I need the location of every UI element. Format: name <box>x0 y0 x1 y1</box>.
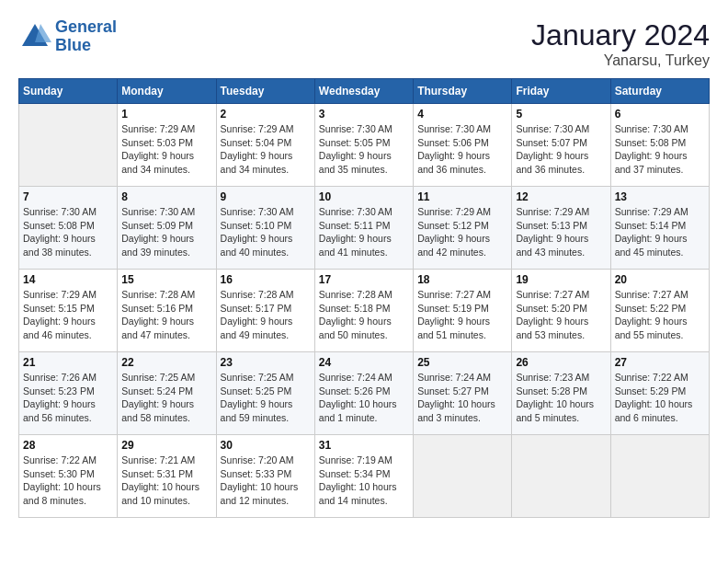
day-info: Sunrise: 7:27 AMSunset: 5:20 PMDaylight:… <box>516 288 606 342</box>
day-number: 23 <box>221 356 311 369</box>
weekday-header: Friday <box>512 79 610 104</box>
day-info: Sunrise: 7:20 AMSunset: 5:33 PMDaylight:… <box>221 454 311 508</box>
calendar-cell <box>19 104 118 187</box>
day-number: 5 <box>516 108 606 121</box>
day-info: Sunrise: 7:22 AMSunset: 5:29 PMDaylight:… <box>615 371 705 425</box>
calendar-cell: 13Sunrise: 7:29 AMSunset: 5:14 PMDayligh… <box>610 187 709 270</box>
calendar-cell <box>414 435 512 518</box>
day-info: Sunrise: 7:19 AMSunset: 5:34 PMDaylight:… <box>319 454 409 508</box>
day-info: Sunrise: 7:30 AMSunset: 5:06 PMDaylight:… <box>417 122 507 177</box>
calendar-cell: 30Sunrise: 7:20 AMSunset: 5:33 PMDayligh… <box>216 435 314 518</box>
day-info: Sunrise: 7:24 AMSunset: 5:26 PMDaylight:… <box>319 371 409 425</box>
calendar-week-row: 21Sunrise: 7:26 AMSunset: 5:23 PMDayligh… <box>19 352 710 435</box>
day-number: 9 <box>221 190 311 203</box>
day-info: Sunrise: 7:28 AMSunset: 5:16 PMDaylight:… <box>121 288 211 342</box>
day-number: 30 <box>221 439 311 452</box>
day-number: 18 <box>417 273 507 286</box>
day-number: 3 <box>319 108 409 121</box>
logo: General Blue <box>18 18 117 55</box>
calendar-cell: 21Sunrise: 7:26 AMSunset: 5:23 PMDayligh… <box>19 352 118 435</box>
calendar-table: SundayMondayTuesdayWednesdayThursdayFrid… <box>18 78 710 518</box>
day-info: Sunrise: 7:30 AMSunset: 5:09 PMDaylight:… <box>121 205 211 259</box>
day-number: 20 <box>615 273 705 286</box>
day-number: 4 <box>417 108 507 121</box>
calendar-cell: 18Sunrise: 7:27 AMSunset: 5:19 PMDayligh… <box>414 270 512 352</box>
calendar-cell: 14Sunrise: 7:29 AMSunset: 5:15 PMDayligh… <box>19 270 118 352</box>
day-info: Sunrise: 7:27 AMSunset: 5:22 PMDaylight:… <box>615 288 705 342</box>
day-info: Sunrise: 7:29 AMSunset: 5:15 PMDaylight:… <box>23 288 113 342</box>
day-number: 14 <box>23 273 113 286</box>
day-number: 1 <box>121 108 211 121</box>
day-info: Sunrise: 7:29 AMSunset: 5:14 PMDaylight:… <box>615 205 705 259</box>
day-number: 28 <box>23 439 113 452</box>
calendar-cell: 27Sunrise: 7:22 AMSunset: 5:29 PMDayligh… <box>610 352 709 435</box>
calendar-cell: 20Sunrise: 7:27 AMSunset: 5:22 PMDayligh… <box>610 270 709 352</box>
day-info: Sunrise: 7:29 AMSunset: 5:12 PMDaylight:… <box>417 205 507 259</box>
calendar-cell: 31Sunrise: 7:19 AMSunset: 5:34 PMDayligh… <box>314 435 413 518</box>
day-info: Sunrise: 7:25 AMSunset: 5:24 PMDaylight:… <box>121 371 211 425</box>
weekday-header: Sunday <box>19 79 118 104</box>
day-number: 24 <box>319 356 409 369</box>
day-info: Sunrise: 7:30 AMSunset: 5:11 PMDaylight:… <box>319 205 409 259</box>
day-number: 11 <box>417 190 507 203</box>
calendar-cell: 15Sunrise: 7:28 AMSunset: 5:16 PMDayligh… <box>118 270 216 352</box>
calendar-cell: 6Sunrise: 7:30 AMSunset: 5:08 PMDaylight… <box>610 104 709 187</box>
calendar-week-row: 7Sunrise: 7:30 AMSunset: 5:08 PMDaylight… <box>19 187 710 270</box>
day-info: Sunrise: 7:26 AMSunset: 5:23 PMDaylight:… <box>23 371 113 425</box>
weekday-header: Thursday <box>414 79 512 104</box>
calendar-cell <box>512 435 610 518</box>
weekday-header: Tuesday <box>216 79 314 104</box>
day-number: 21 <box>23 356 113 369</box>
calendar-cell: 4Sunrise: 7:30 AMSunset: 5:06 PMDaylight… <box>414 104 512 187</box>
day-number: 26 <box>516 356 606 369</box>
day-info: Sunrise: 7:24 AMSunset: 5:27 PMDaylight:… <box>417 371 507 425</box>
weekday-header: Wednesday <box>314 79 413 104</box>
page-header: General Blue January 2024 Yanarsu, Turke… <box>18 18 710 69</box>
calendar-cell <box>610 435 709 518</box>
calendar-cell: 23Sunrise: 7:25 AMSunset: 5:25 PMDayligh… <box>216 352 314 435</box>
day-number: 31 <box>319 439 409 452</box>
day-info: Sunrise: 7:23 AMSunset: 5:28 PMDaylight:… <box>516 371 606 425</box>
day-info: Sunrise: 7:28 AMSunset: 5:18 PMDaylight:… <box>319 288 409 342</box>
day-number: 6 <box>615 108 705 121</box>
day-info: Sunrise: 7:30 AMSunset: 5:05 PMDaylight:… <box>319 122 409 177</box>
day-info: Sunrise: 7:30 AMSunset: 5:10 PMDaylight:… <box>221 205 311 259</box>
day-info: Sunrise: 7:27 AMSunset: 5:19 PMDaylight:… <box>417 288 507 342</box>
day-info: Sunrise: 7:22 AMSunset: 5:30 PMDaylight:… <box>23 454 113 508</box>
calendar-cell: 7Sunrise: 7:30 AMSunset: 5:08 PMDaylight… <box>19 187 118 270</box>
day-number: 2 <box>221 108 311 121</box>
day-info: Sunrise: 7:28 AMSunset: 5:17 PMDaylight:… <box>221 288 311 342</box>
calendar-cell: 16Sunrise: 7:28 AMSunset: 5:17 PMDayligh… <box>216 270 314 352</box>
logo-text: General Blue <box>55 18 117 55</box>
calendar-cell: 11Sunrise: 7:29 AMSunset: 5:12 PMDayligh… <box>414 187 512 270</box>
day-info: Sunrise: 7:29 AMSunset: 5:04 PMDaylight:… <box>221 122 311 177</box>
day-number: 7 <box>23 190 113 203</box>
day-info: Sunrise: 7:21 AMSunset: 5:31 PMDaylight:… <box>121 454 211 508</box>
calendar-cell: 29Sunrise: 7:21 AMSunset: 5:31 PMDayligh… <box>118 435 216 518</box>
day-number: 27 <box>615 356 705 369</box>
calendar-cell: 9Sunrise: 7:30 AMSunset: 5:10 PMDaylight… <box>216 187 314 270</box>
day-number: 10 <box>319 190 409 203</box>
calendar-cell: 24Sunrise: 7:24 AMSunset: 5:26 PMDayligh… <box>314 352 413 435</box>
calendar-subtitle: Yanarsu, Turkey <box>531 52 710 69</box>
calendar-week-row: 14Sunrise: 7:29 AMSunset: 5:15 PMDayligh… <box>19 270 710 352</box>
calendar-cell: 12Sunrise: 7:29 AMSunset: 5:13 PMDayligh… <box>512 187 610 270</box>
calendar-cell: 5Sunrise: 7:30 AMSunset: 5:07 PMDaylight… <box>512 104 610 187</box>
calendar-title: January 2024 <box>531 18 710 52</box>
calendar-cell: 25Sunrise: 7:24 AMSunset: 5:27 PMDayligh… <box>414 352 512 435</box>
weekday-header: Monday <box>118 79 216 104</box>
calendar-week-row: 1Sunrise: 7:29 AMSunset: 5:03 PMDaylight… <box>19 104 710 187</box>
day-info: Sunrise: 7:29 AMSunset: 5:13 PMDaylight:… <box>516 205 606 259</box>
weekday-header: Saturday <box>610 79 709 104</box>
calendar-cell: 8Sunrise: 7:30 AMSunset: 5:09 PMDaylight… <box>118 187 216 270</box>
day-number: 13 <box>615 190 705 203</box>
day-number: 19 <box>516 273 606 286</box>
calendar-cell: 17Sunrise: 7:28 AMSunset: 5:18 PMDayligh… <box>314 270 413 352</box>
day-number: 16 <box>221 273 311 286</box>
day-info: Sunrise: 7:25 AMSunset: 5:25 PMDaylight:… <box>221 371 311 425</box>
calendar-cell: 22Sunrise: 7:25 AMSunset: 5:24 PMDayligh… <box>118 352 216 435</box>
day-number: 8 <box>121 190 211 203</box>
day-number: 12 <box>516 190 606 203</box>
day-number: 17 <box>319 273 409 286</box>
day-info: Sunrise: 7:30 AMSunset: 5:07 PMDaylight:… <box>516 122 606 177</box>
